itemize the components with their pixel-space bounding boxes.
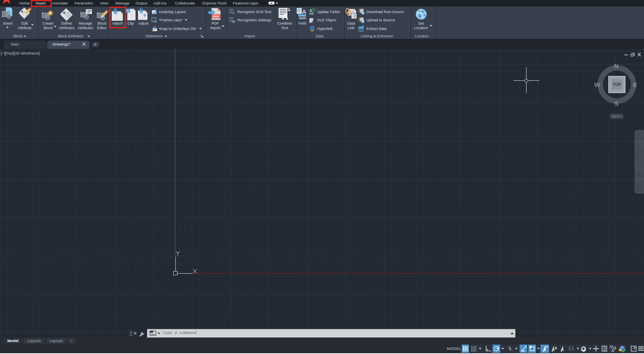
- svg-text:A: A: [232, 11, 235, 14]
- svg-text:A: A: [302, 8, 306, 15]
- svg-text:A: A: [282, 11, 288, 21]
- svg-text:PDF: PDF: [213, 15, 219, 18]
